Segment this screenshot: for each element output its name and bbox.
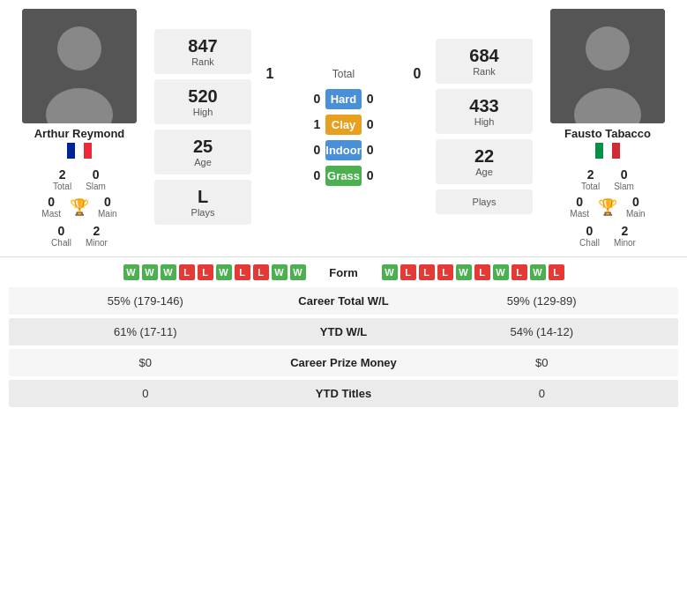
- left-stats-row1: 2 Total 0 Slam: [53, 167, 106, 191]
- form-badge-left: W: [142, 264, 158, 280]
- form-badges-right: WLLLWLWLWL: [382, 264, 679, 280]
- left-stat-chall: 0 Chall: [51, 224, 71, 248]
- svg-rect-4: [75, 143, 84, 159]
- right-player-name: Fausto Tabacco: [564, 127, 651, 140]
- left-stat-slam: 0 Slam: [86, 167, 106, 191]
- right-mid-stats: 684 Rank 433 High 22 Age Plays: [431, 9, 537, 248]
- stats-row-2: $0 Career Prize Money $0: [9, 349, 678, 376]
- left-player-avatar: [22, 9, 137, 123]
- form-label: Form: [313, 266, 375, 279]
- stats-row-3: 0 YTD Titles 0: [9, 380, 678, 407]
- form-row: WWWLLWLLWW Form WLLLWLWLWL: [9, 264, 678, 280]
- form-badge-right: L: [419, 264, 435, 280]
- form-badge-right: L: [549, 264, 564, 280]
- left-stat-minor: 2 Minor: [86, 224, 108, 248]
- stats-row-0: 55% (179-146) Career Total W/L 59% (129-…: [9, 287, 678, 315]
- stats-table: 55% (179-146) Career Total W/L 59% (129-…: [9, 287, 678, 407]
- left-trophy-icon: 🏆: [70, 197, 89, 217]
- form-badge-left: W: [161, 264, 176, 280]
- stats-row-1: 61% (17-11) YTD W/L 54% (14-12): [9, 318, 678, 345]
- right-stat-chall: 0 Chall: [579, 224, 600, 248]
- left-high-box: 520 High: [154, 79, 251, 124]
- form-badge-left: W: [123, 264, 139, 280]
- right-plays-box: Plays: [436, 189, 533, 214]
- right-stat-slam: 0 Slam: [614, 167, 634, 191]
- surface-rows: 0 Hard 0 1 Clay 0 0 Indoor 0 0 Grass 0: [306, 89, 380, 191]
- right-stats-row1: 2 Total 0 Slam: [581, 167, 634, 191]
- form-badge-right: W: [530, 264, 546, 280]
- right-rank-box: 684 Rank: [436, 39, 533, 84]
- left-stat-total: 2 Total: [53, 167, 71, 191]
- left-flag: [67, 143, 92, 162]
- form-badge-left: W: [290, 264, 306, 280]
- form-badge-right: W: [493, 264, 509, 280]
- right-flag: [595, 143, 620, 162]
- form-badge-left: W: [216, 264, 232, 280]
- right-trophy-row: 0 Mast 🏆 0 Main: [570, 195, 645, 219]
- form-badge-left: L: [235, 264, 250, 280]
- form-badge-right: L: [474, 264, 490, 280]
- surface-row-hard: 0 Hard 0: [306, 89, 380, 109]
- form-badge-right: W: [456, 264, 472, 280]
- right-stat-mast: 0 Mast: [570, 195, 589, 219]
- form-badge-right: L: [512, 264, 527, 280]
- right-player-card: Fausto Tabacco 2 Total 0 Slam: [537, 9, 678, 248]
- form-badge-left: L: [179, 264, 195, 280]
- left-stat-mast: 0 Mast: [41, 195, 61, 219]
- svg-rect-5: [84, 143, 92, 159]
- right-player-avatar: [550, 9, 665, 123]
- form-badge-right: W: [382, 264, 398, 280]
- right-stat-total: 2 Total: [581, 167, 600, 191]
- svg-rect-11: [612, 143, 620, 159]
- main-container: Arthur Reymond 2 Total 0 Slam: [0, 0, 687, 418]
- form-badge-left: L: [198, 264, 213, 280]
- form-badge-right: L: [437, 264, 453, 280]
- left-stats-row3: 0 Chall 2 Minor: [51, 224, 108, 248]
- left-stat-main: 0 Main: [98, 195, 117, 219]
- form-badge-left: W: [272, 264, 287, 280]
- surface-row-indoor: 0 Indoor 0: [306, 140, 380, 160]
- surface-row-clay: 1 Clay 0: [306, 115, 380, 135]
- svg-rect-9: [595, 143, 603, 159]
- right-age-box: 22 Age: [436, 139, 533, 184]
- left-rank-box: 847 Rank: [154, 29, 251, 74]
- right-trophy-icon: 🏆: [598, 197, 617, 217]
- right-stat-minor: 2 Minor: [614, 224, 636, 248]
- right-stat-main: 0 Main: [626, 195, 646, 219]
- right-stats-row3: 0 Chall 2 Minor: [579, 224, 636, 248]
- left-player-card: Arthur Reymond 2 Total 0 Slam: [9, 9, 150, 248]
- right-high-box: 433 High: [436, 89, 533, 134]
- left-player-name: Arthur Reymond: [34, 127, 125, 140]
- bottom-section: WWWLLWLLWW Form WLLLWLWLWL 55% (179-146)…: [0, 256, 687, 418]
- form-badge-left: L: [253, 264, 269, 280]
- top-section: Arthur Reymond 2 Total 0 Slam: [0, 0, 687, 256]
- left-mid-stats: 847 Rank 520 High 25 Age L Plays: [150, 9, 256, 248]
- left-plays-box: L Plays: [154, 180, 251, 225]
- surface-row-grass: 0 Grass 0: [306, 166, 380, 186]
- total-row: 1 Total 0: [261, 66, 426, 82]
- form-badges-left: WWWLLWLLWW: [9, 264, 306, 280]
- center-section: 1 Total 0 0 Hard 0 1 Clay 0 0 Indoor 0 0…: [256, 9, 431, 248]
- left-trophy-row: 0 Mast 🏆 0 Main: [41, 195, 116, 219]
- left-age-box: 25 Age: [154, 130, 251, 174]
- svg-point-1: [57, 26, 101, 71]
- svg-point-7: [586, 26, 630, 71]
- svg-rect-10: [603, 143, 612, 159]
- svg-rect-3: [67, 143, 75, 159]
- form-badge-right: L: [400, 264, 416, 280]
